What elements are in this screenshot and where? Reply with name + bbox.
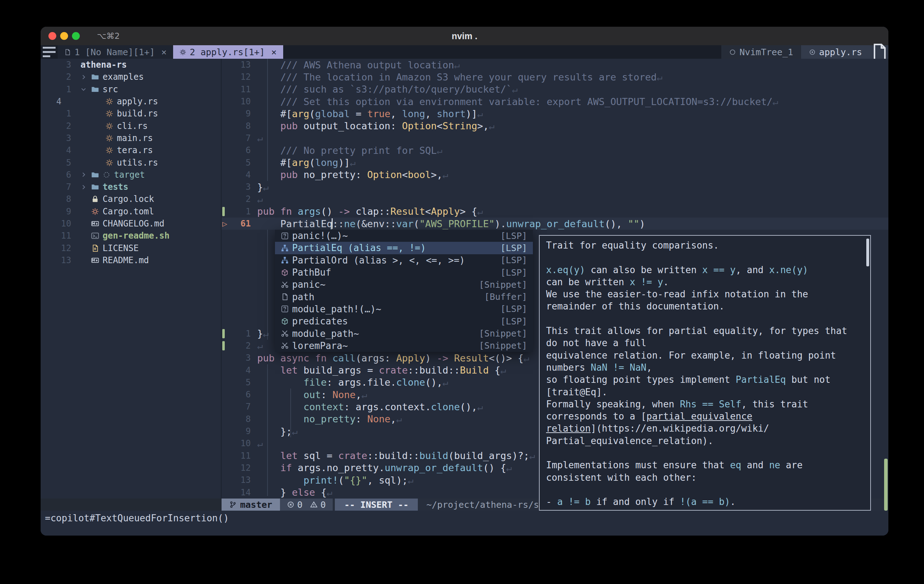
tree-item[interactable]: 8Cargo.lock: [41, 193, 221, 205]
completion-source: [LSP]: [500, 231, 527, 241]
doc-line: relation](https://en.wikipedia.org/wiki/: [546, 423, 870, 435]
code-text: let build_args = crate::build::Build {↵: [251, 365, 506, 376]
zoom-window-button[interactable]: [72, 32, 80, 40]
code-text: pub fn args() -> clap::Result<Apply> {↵: [251, 206, 483, 217]
completion-item[interactable]: module_path!(…)~[LSP]: [275, 303, 533, 315]
tree-item-label: gen-readme.sh: [102, 231, 170, 241]
rust-icon: [106, 110, 113, 117]
completion-source: [LSP]: [500, 267, 527, 278]
tree-line-number: 4: [41, 97, 75, 106]
error-count: 0: [297, 500, 302, 510]
completion-source: [Snippet]: [479, 280, 527, 290]
tree-line-number: 3: [41, 133, 75, 143]
code-line[interactable]: 8 pub output_location: Option<String>,↵: [221, 120, 888, 132]
code-text: out: None,↵: [251, 389, 367, 400]
completion-item[interactable]: predicates[LSP]: [275, 315, 533, 327]
line-number: 4: [231, 365, 251, 375]
code-line[interactable]: 13 /// AWS Athena output location↵: [221, 59, 888, 71]
code-line[interactable]: 9 #[arg(global = true, long, short)]↵: [221, 107, 888, 120]
buffer-tabs: 1 [No Name][1+]×2 apply.rs[1+]×: [58, 45, 283, 59]
code-line[interactable]: 7↵: [221, 132, 888, 144]
code-line[interactable]: 2↵: [221, 193, 888, 205]
sign-column: [221, 193, 231, 205]
scissors-icon: [279, 342, 290, 349]
sign-column: [221, 474, 231, 486]
tree-item[interactable]: 3athena-rs: [41, 59, 221, 71]
line-number: 61: [231, 219, 251, 229]
buffer-list-icon[interactable]: [41, 45, 58, 59]
tree-line-number: 3: [41, 60, 75, 70]
code-line[interactable]: 1pub fn args() -> clap::Result<Apply> {↵: [221, 205, 888, 218]
tree-item[interactable]: 12LICENSE: [41, 242, 221, 254]
close-buffer-icon[interactable]: ×: [162, 47, 167, 57]
code-line[interactable]: 10 /// Set this option via environment v…: [221, 96, 888, 107]
code-line[interactable]: ▷61 PartialEq::ne(&env::var("AWS_PROFILE…: [221, 218, 888, 230]
code-line[interactable]: 11 /// such as `s3://path/to/query/bucke…: [221, 83, 888, 96]
tab-apply.rs[interactable]: apply.rs: [801, 45, 870, 59]
sign-column: [221, 107, 231, 120]
buffer-tab-applyrs[interactable]: 2 apply.rs[1+]×: [173, 45, 283, 59]
sign-column: [221, 328, 231, 340]
tree-item[interactable]: 4tera.rs: [41, 144, 221, 156]
doc-line: Partial_equivalence_relation).: [546, 436, 870, 448]
page-tabs: NvimTree_1apply.rs: [721, 45, 870, 59]
diagnostics-segment: 0 0: [280, 498, 333, 511]
rust-icon: [106, 122, 113, 130]
completion-item[interactable]: panic~[Snippet]: [275, 279, 533, 290]
indent-guide: [267, 230, 268, 340]
tree-item[interactable]: 10CHANGELOG.md: [41, 218, 221, 230]
tree-item[interactable]: 2cli.rs: [41, 120, 221, 132]
tree-item[interactable]: 11gen-readme.sh: [41, 230, 221, 242]
close-buffer-icon[interactable]: ×: [271, 47, 277, 57]
code-text: ↵: [251, 132, 263, 144]
completion-item[interactable]: loremPara~[Snippet]: [275, 340, 533, 352]
line-number: 11: [231, 84, 251, 94]
line-number: 9: [231, 426, 251, 436]
completion-item[interactable]: panic!(…)~[LSP]: [275, 230, 533, 242]
code-line[interactable]: 4 pub no_pretty: Option<bool>,↵: [221, 169, 888, 181]
docs-scrollbar-thumb[interactable]: [866, 239, 869, 266]
tree-item[interactable]: 3main.rs: [41, 132, 221, 144]
tree-item[interactable]: 6target: [41, 169, 221, 181]
tree-item[interactable]: 1build.rs: [41, 107, 221, 120]
completion-item[interactable]: PartialEq (alias ==, !=)[LSP]: [275, 242, 533, 254]
tree-line-number: 5: [41, 158, 75, 168]
minimize-window-button[interactable]: [60, 32, 68, 40]
buffer-icon: [279, 293, 290, 300]
tree-item[interactable]: 1src: [41, 83, 221, 96]
sign-column: [221, 462, 231, 474]
code-line[interactable]: 6 /// No pretty print for SQL↵: [221, 144, 888, 156]
folder-icon: [91, 73, 99, 81]
doc-body: Trait for equality comparisons.x.eq(y) c…: [546, 240, 870, 509]
tree-item[interactable]: 2examples: [41, 71, 221, 83]
sign-column: [221, 450, 231, 462]
git-branch-label: master: [240, 500, 272, 510]
tree-line-number: 1: [41, 109, 75, 119]
tree-item-label: tests: [102, 182, 128, 192]
tree-item[interactable]: 5utils.rs: [41, 156, 221, 168]
line-number: 13: [231, 475, 251, 485]
sign-column: [221, 83, 231, 96]
code-text: /// No pretty print for SQL↵: [251, 145, 442, 156]
close-window-button[interactable]: [48, 32, 56, 40]
sign-column: [221, 266, 231, 279]
tree-item[interactable]: 7tests: [41, 181, 221, 193]
code-line[interactable]: 12 /// The location in Amazon S3 where y…: [221, 71, 888, 83]
document-icon[interactable]: [870, 45, 888, 59]
buffer-tab-noname[interactable]: 1 [No Name][1+]×: [58, 45, 173, 59]
line-number: 8: [231, 414, 251, 424]
command-line-text: =copilot#TextQueuedForInsertion(): [41, 511, 888, 523]
tab-nvimtree_1[interactable]: NvimTree_1: [721, 45, 801, 59]
completion-item[interactable]: path[Buffer]: [275, 290, 533, 303]
tree-item[interactable]: 9Cargo.toml: [41, 205, 221, 218]
tree-item[interactable]: 4apply.rs: [41, 96, 221, 107]
completion-item[interactable]: PathBuf[LSP]: [275, 266, 533, 279]
git-added-sign: [222, 341, 225, 350]
tree-item[interactable]: 13README.md: [41, 254, 221, 266]
code-line[interactable]: 3}↵: [221, 181, 888, 193]
completion-item[interactable]: module_path~[Snippet]: [275, 327, 533, 339]
line-number: 2: [231, 194, 251, 204]
editor-scrollbar-thumb[interactable]: [884, 459, 888, 511]
completion-item[interactable]: PartialOrd (alias >, <, <=, >=)[LSP]: [275, 254, 533, 266]
code-line[interactable]: 5 #[arg(long)]↵: [221, 156, 888, 168]
